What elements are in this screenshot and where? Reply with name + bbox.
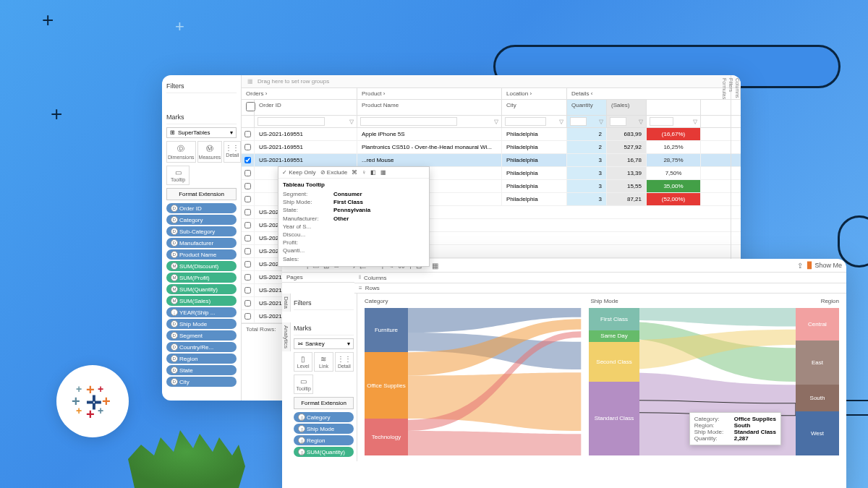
format-extension-button[interactable]: Format Extension: [294, 397, 354, 409]
marks-type-select[interactable]: ⊞SuperTables▾: [166, 127, 237, 138]
field-pill[interactable]: ⋮YEAR(Ship ...: [166, 307, 237, 317]
sankey-node[interactable]: South: [796, 385, 839, 411]
filter-product[interactable]: [360, 117, 457, 126]
field-pill[interactable]: MSUM(Quantity): [166, 284, 237, 294]
filter-icon[interactable]: ▽: [599, 119, 603, 125]
col-city[interactable]: City: [502, 100, 567, 115]
sankey-sidebar: Filters Marks ⫘Sankey▾ ▯Level ≋Link ⋮⋮De…: [282, 294, 357, 461]
sankey-node[interactable]: Same Day: [589, 330, 639, 342]
sidebar: Filters Marks ⊞SuperTables▾ ⒹDimensions …: [162, 75, 242, 401]
col-order-id[interactable]: Order ID: [255, 100, 357, 115]
field-pill[interactable]: DCategory: [166, 215, 237, 225]
filter-pr[interactable]: [650, 117, 673, 126]
view-data-icon[interactable]: ▦: [380, 169, 386, 176]
field-pill[interactable]: DManufacturer: [166, 238, 237, 248]
sankey-node[interactable]: Office Supplies: [365, 352, 408, 419]
decorative-plus-icon: +: [51, 103, 62, 126]
field-pill[interactable]: ▯Category: [294, 412, 354, 422]
context-tooltip: ✓ Keep Only ⊘ Exclude ⌘ ♀ ◧ ▦ Tableau To…: [278, 166, 430, 267]
filter-icon[interactable]: ▽: [349, 119, 354, 125]
analytics-tab[interactable]: Analytics: [282, 322, 291, 351]
col-product-name[interactable]: Product Name: [357, 100, 502, 115]
sankey-node[interactable]: West: [796, 411, 839, 455]
filter-qty[interactable]: [570, 117, 587, 126]
sankey-chart[interactable]: Category Ship Mode Region: [357, 294, 846, 460]
filters-header: Filters: [294, 296, 354, 310]
col-sales[interactable]: (Sales): [607, 100, 647, 115]
format-extension-button[interactable]: Format Extension: [166, 188, 237, 200]
col-profit-ratio[interactable]: Profit Ratio: [647, 100, 701, 115]
tooltip-title: Tableau Tooltip: [283, 181, 425, 188]
filter-icon[interactable]: ▽: [639, 119, 643, 125]
marks-detail[interactable]: ⋮⋮Detail: [335, 352, 354, 372]
group-orders[interactable]: Orders ›: [242, 88, 357, 99]
field-pill[interactable]: DShip Mode: [166, 319, 237, 329]
filter-sales[interactable]: [610, 117, 626, 126]
filter-icon[interactable]: ▽: [559, 119, 563, 125]
sankey-node[interactable]: Central: [796, 308, 839, 341]
columns-shelf[interactable]: ⦀Columns: [354, 273, 846, 283]
sankey-node[interactable]: First Class: [589, 308, 639, 330]
marks-detail[interactable]: ⋮⋮Detail: [224, 141, 241, 163]
tag-icon[interactable]: ♀: [362, 169, 366, 176]
sort-icon[interactable]: ◧: [370, 169, 376, 176]
filter-row: ▽ ▽ ▽ ▽ ▽ ▽: [242, 116, 741, 128]
marks-tooltip[interactable]: ▭Tooltip: [166, 166, 190, 185]
field-pill[interactable]: MSUM(Discount): [166, 261, 237, 271]
group-header-row: Orders › Product › Location › Details ‹: [242, 88, 741, 100]
sankey-node[interactable]: East: [796, 341, 839, 385]
sankey-node[interactable]: Standard Class: [589, 382, 639, 455]
field-pill[interactable]: DCity: [166, 377, 237, 387]
filter-icon[interactable]: ▽: [693, 119, 697, 125]
decorative-plant: [122, 416, 252, 488]
decorative-plus-icon: +: [175, 17, 184, 36]
group-icon[interactable]: ⌘: [352, 169, 357, 176]
field-pill[interactable]: DSub-Category: [166, 226, 237, 236]
group-details[interactable]: Details ‹: [567, 88, 741, 99]
presentation-icon[interactable]: ▦: [432, 262, 438, 270]
sankey-node[interactable]: Furniture: [365, 308, 408, 352]
col-quantity[interactable]: Quantity: [567, 100, 607, 115]
field-pill[interactable]: DOrder ID: [166, 203, 237, 213]
marks-dimensions[interactable]: ⒹDimensions: [166, 141, 196, 163]
marks-type-select[interactable]: ⫘Sankey▾: [294, 338, 354, 349]
table-row[interactable]: US-2021-169551Apple iPhone 5SPhiladelphi…: [242, 128, 741, 141]
share-icon[interactable]: ⇪: [797, 262, 803, 270]
keep-only-button[interactable]: ✓ Keep Only: [282, 169, 316, 176]
sankey-node[interactable]: Second Class: [589, 342, 639, 382]
field-pill[interactable]: DState: [166, 365, 237, 375]
field-pill[interactable]: ▯Region: [294, 435, 354, 445]
checkbox-header[interactable]: [242, 100, 255, 115]
table-row[interactable]: US-2021-169551...red MousePhiladelphia31…: [242, 154, 741, 167]
table-row[interactable]: US-2021-169551Plantronics CS510 - Over-t…: [242, 141, 741, 154]
sankey-node[interactable]: Technology: [365, 419, 408, 455]
marks-link[interactable]: ≋Link: [314, 352, 333, 372]
marks-measures[interactable]: ⓂMeasures: [197, 141, 223, 163]
filter-city[interactable]: [505, 117, 546, 126]
marks-level[interactable]: ▯Level: [294, 352, 312, 372]
field-pill[interactable]: DSegment: [166, 330, 237, 341]
column-header-row: Order ID Product Name City Quantity (Sal…: [242, 100, 741, 116]
group-location[interactable]: Location ›: [502, 88, 567, 99]
field-pill[interactable]: DCountry/Re...: [166, 342, 237, 352]
field-pill[interactable]: MSUM(Sales): [166, 296, 237, 306]
sankey-tooltip: Category:Office Supplies Region:South Sh…: [689, 412, 781, 445]
filter-icon[interactable]: ▽: [494, 119, 498, 125]
group-product[interactable]: Product ›: [357, 88, 502, 99]
data-tab[interactable]: Data: [282, 294, 291, 312]
exclude-button[interactable]: ⊘ Exclude: [320, 169, 348, 176]
field-pill[interactable]: ▯SUM(Quantity): [294, 447, 354, 457]
marks-header: Marks: [294, 322, 354, 335]
field-pill[interactable]: MSUM(Profit): [166, 273, 237, 283]
field-pill[interactable]: DRegion: [166, 354, 237, 364]
sankey-window: ↶ ↷ | ▭ ⊞ ⧉ · ⇆ ⬱ ⬲ | ✎ ⌘ | ⊡ · ▦ ⇪ ▉Sho…: [282, 259, 846, 488]
rows-shelf[interactable]: ≡Rows: [354, 283, 846, 294]
marks-tooltip[interactable]: ▭Tooltip: [294, 374, 313, 394]
field-pill[interactable]: DProduct Name: [166, 249, 237, 260]
row-group-drop[interactable]: ▦Drag here to set row groups: [242, 75, 741, 88]
field-pill[interactable]: ▯Ship Mode: [294, 424, 354, 434]
show-me-button[interactable]: ▉Show Me: [807, 262, 842, 269]
sankey-col-region: Region: [821, 298, 839, 304]
pages-shelf[interactable]: Pages: [282, 273, 354, 283]
filter-order-id[interactable]: [258, 117, 325, 126]
